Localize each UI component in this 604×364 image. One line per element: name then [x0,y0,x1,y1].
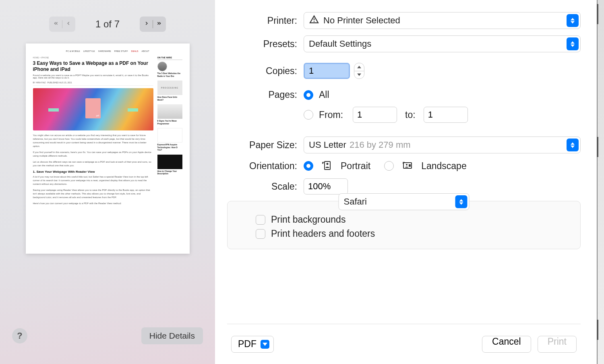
landscape-radio[interactable] [384,161,394,171]
pages-from-input[interactable] [353,107,397,123]
stepper-down-icon[interactable] [354,71,364,79]
dropdown-chevron-icon [455,195,467,208]
copies-stepper[interactable] [354,63,364,79]
pages-range-radio[interactable] [304,110,313,120]
settings-pane: Printer: No Printer Selected Presets: [215,0,597,364]
thumb-nav-item: LIFESTYLE [83,50,95,52]
landscape-icon [402,160,413,172]
thumb-article: HOME > IPHONE 3 Easy Ways to Save a Webp… [33,56,153,208]
copies-label: Copies: [227,66,304,77]
window-edge [597,0,604,364]
pages-label: Pages: [227,89,304,100]
thumb-nav-item: ABOUT [142,50,149,52]
preview-footer: ? Hide Details [0,320,215,364]
orientation-label: Orientation: [227,161,304,172]
dialog-footer: PDF Cancel Print [227,324,581,364]
thumb-side-heading: ON THE WIRE [157,56,182,60]
thumb-nav: PC & MOBILE LIFESTYLE HARDWARE FREE STUF… [33,50,182,52]
portrait-radio[interactable] [304,161,313,171]
printer-dropdown[interactable]: No Printer Selected [304,12,581,29]
thumb-heading: 1. Save Your Webpage With Reader View [33,170,153,174]
thumb-title: 3 Easy Ways to Save a Webpage as a PDF o… [33,60,153,72]
thumb-side-text: ExpressVPN Acquire Technologies: How D Y… [157,143,182,151]
app-dropdown[interactable]: Safari [339,193,470,210]
print-headers-label: Print headers and footers [271,228,375,239]
pages-to-input[interactable] [424,107,468,123]
copies-input[interactable] [304,63,350,79]
pdf-label: PDF [238,339,256,350]
thumb-paragraph: You might often run across an article or… [33,134,153,148]
pages-from-label: From: [319,110,343,120]
thumb-side-text: 9 Signs You're Mean Programmer [157,120,182,125]
next-page-group[interactable] [140,17,166,32]
thumb-paragraph: Saving your webpage using Reader View al… [33,188,153,199]
thumb-subtitle: Found a website you want to save as a PD… [33,74,153,79]
svg-point-1 [327,163,329,165]
arrow-left-icon [128,108,138,112]
edge-notch [597,137,598,157]
dropdown-chevron-icon [567,14,579,27]
app-dropdown-value: Safari [344,196,367,207]
presets-dropdown[interactable]: Default Settings [304,35,581,52]
next-page-icon [144,21,149,28]
printer-label: Printer: [227,15,304,26]
thumb-paragraph: If you find yourself in this scenario, h… [33,151,153,158]
portrait-label: Portrait [341,161,370,172]
presets-label: Presets: [227,39,304,50]
hide-details-button[interactable]: Hide Details [141,327,203,344]
thumb-nav-item: PC & MOBILE [66,50,80,52]
pdf-icon [85,98,101,118]
landscape-label: Landscape [421,161,467,172]
portrait-icon [321,160,333,172]
thumb-side-img [157,128,182,143]
pdf-dropdown-button[interactable]: PDF [231,336,274,353]
print-backgrounds-label: Print backgrounds [271,214,345,225]
thumb-paragraph: Here's how you can convert your webpage … [33,202,153,205]
thumb-paragraph: Let us discuss the different ways we can… [33,160,153,168]
nav-separator [62,20,62,28]
printer-value: No Printer Selected [323,15,400,26]
thumb-nav-item: FREE STUFF [114,50,128,52]
page-thumbnail[interactable]: PC & MOBILE LIFESTYLE HARDWARE FREE STUF… [26,43,190,254]
warning-icon [309,14,319,27]
app-options-group: Safari Print backgrounds Print headers a… [227,201,581,249]
thumb-side-text: How to Change Your Description [157,170,182,175]
thumb-side-img [157,62,167,71]
cancel-button[interactable]: Cancel [482,336,531,353]
pages-all-radio[interactable] [304,90,313,100]
arrow-right-icon [48,108,59,112]
paper-size-value: US Letter [309,140,346,150]
print-backgrounds-checkbox[interactable] [256,215,265,225]
help-button[interactable]: ? [12,328,27,343]
thumb-nav-item: DEALS [131,50,139,52]
edge-notch [597,4,598,24]
thumb-side-text: How Does Face Unlo Work? [157,96,182,101]
svg-rect-0 [325,161,330,170]
chevron-down-icon [261,340,269,349]
thumb-sidebar: ON THE WIRE The 5 Best Websites the Radi… [157,56,182,208]
preview-pane: 1 of 7 PC & MOBILE LIFESTYLE HARDWARE FR… [0,0,215,364]
print-headers-checkbox[interactable] [256,229,265,239]
paper-size-dropdown[interactable]: US Letter 216 by 279 mm [304,136,581,153]
pages-all-label: All [319,89,329,100]
thumb-hero-image [33,88,153,130]
stepper-up-icon[interactable] [354,63,364,71]
preview-header: 1 of 7 [0,0,215,36]
thumb-side-text: The 5 Best Websites the Radio in Your Br… [157,72,182,77]
first-page-icon [53,21,59,28]
dropdown-chevron-icon [567,139,579,151]
svg-point-3 [406,164,407,165]
dropdown-chevron-icon [567,37,579,50]
prev-page-group [49,17,75,32]
edge-notch [597,320,598,340]
prev-page-icon [66,21,71,28]
scale-label: Scale: [227,181,304,192]
pages-to-label: to: [405,110,416,120]
thumbnail-container: PC & MOBILE LIFESTYLE HARDWARE FREE STUF… [0,36,215,320]
thumb-nav-item: HARDWARE [98,50,111,52]
presets-value: Default Settings [309,39,371,49]
thumb-paragraph: A lot if you may not know about this use… [33,175,153,186]
scale-input[interactable] [304,178,348,194]
print-button[interactable]: Print [538,336,577,353]
paper-size-dimensions: 216 by 279 mm [350,140,411,150]
